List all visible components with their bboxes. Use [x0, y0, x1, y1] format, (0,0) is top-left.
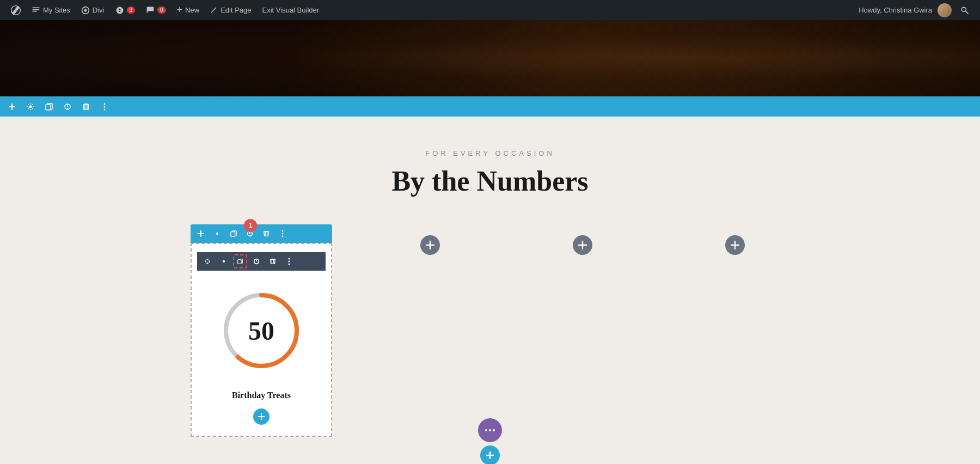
section-subtitle: FOR EVERY OCCASION — [425, 149, 555, 157]
module-settings-button[interactable] — [217, 254, 231, 268]
bottom-buttons — [478, 418, 502, 464]
my-sites-label: My Sites — [43, 6, 70, 14]
section-title: By the Numbers — [391, 165, 588, 197]
module-label: Birthday Treats — [197, 390, 326, 400]
module-disable-button[interactable] — [249, 254, 264, 268]
module-delete-button[interactable] — [266, 254, 280, 268]
column-3 — [528, 224, 637, 266]
divi-label: Divi — [93, 6, 105, 14]
svg-rect-6 — [46, 105, 51, 110]
green-add-button[interactable] — [480, 445, 500, 464]
hero-section — [0, 20, 980, 96]
circle-chart: 50 — [218, 287, 305, 374]
svg-point-19 — [282, 236, 284, 237]
module-toolbar — [197, 252, 326, 271]
section-add-button[interactable] — [4, 99, 20, 114]
module-move-button[interactable] — [200, 254, 215, 268]
search-icon[interactable] — [954, 0, 975, 20]
wp-logo[interactable] — [5, 0, 26, 20]
columns-row: 1 — [191, 224, 789, 437]
divi-menu[interactable]: Divi — [76, 0, 110, 20]
module-clone-button[interactable] — [233, 254, 247, 268]
exit-visual-builder-label: Exit Visual Builder — [262, 6, 320, 14]
col-settings-button[interactable] — [210, 227, 224, 241]
svg-point-37 — [489, 429, 491, 431]
svg-point-9 — [104, 103, 106, 105]
hero-overlay — [0, 20, 980, 96]
col-more-button[interactable] — [275, 227, 290, 241]
admin-bar-right: Howdy, Christina Gwira — [859, 0, 975, 20]
exit-visual-builder-menu[interactable]: Exit Visual Builder — [257, 0, 325, 20]
col3-add-module-button[interactable] — [573, 235, 592, 255]
purple-options-button[interactable] — [478, 418, 502, 442]
svg-point-10 — [104, 106, 106, 107]
updates-menu[interactable]: 3 — [110, 0, 141, 20]
column-4 — [681, 224, 789, 266]
notification-badge: 1 — [244, 219, 257, 232]
comments-menu[interactable]: 0 — [140, 0, 171, 20]
svg-point-14 — [216, 233, 218, 235]
svg-point-8 — [68, 108, 68, 108]
svg-rect-21 — [238, 260, 241, 264]
new-menu[interactable]: + New — [171, 0, 205, 20]
svg-line-2 — [965, 11, 968, 14]
column-toolbar: 1 — [191, 224, 332, 243]
admin-bar: My Sites Divi 3 0 + New Edit Page Exit V… — [0, 0, 980, 20]
svg-point-23 — [289, 258, 290, 260]
circle-number: 50 — [248, 316, 274, 346]
svg-point-38 — [493, 429, 495, 431]
edit-page-menu[interactable]: Edit Page — [205, 0, 256, 20]
content-section: FOR EVERY OCCASION By the Numbers 1 — [0, 117, 980, 464]
section-more-button[interactable] — [97, 99, 112, 114]
col-add-button[interactable] — [194, 227, 208, 241]
updates-count: 3 — [127, 7, 136, 14]
col-clone-button[interactable] — [226, 227, 241, 241]
avatar[interactable] — [938, 3, 952, 17]
svg-point-24 — [289, 261, 290, 262]
col2-add-module-button[interactable] — [420, 235, 440, 255]
svg-point-1 — [961, 7, 966, 11]
svg-point-5 — [29, 105, 32, 108]
section-toolbar — [0, 96, 980, 117]
new-label: New — [185, 6, 199, 14]
edit-page-label: Edit Page — [220, 6, 251, 14]
col4-add-module-button[interactable] — [725, 235, 745, 255]
svg-point-25 — [289, 264, 290, 265]
section-delete-button[interactable] — [78, 99, 94, 114]
comments-count: 0 — [157, 7, 166, 14]
module-container: 50 Birthday Treats — [191, 243, 332, 437]
svg-point-20 — [223, 260, 225, 262]
section-clone-button[interactable] — [41, 99, 57, 114]
greeting-text: Howdy, Christina Gwira — [859, 6, 932, 14]
module-more-button[interactable] — [282, 254, 296, 268]
svg-rect-15 — [231, 232, 235, 237]
circle-chart-wrapper: 50 — [197, 276, 326, 385]
column-1: 1 — [191, 224, 332, 437]
svg-point-17 — [282, 230, 284, 232]
col-delete-button[interactable] — [259, 227, 273, 241]
add-module-inside-button[interactable] — [253, 408, 270, 425]
svg-point-11 — [104, 108, 106, 110]
section-disable-button[interactable] — [60, 99, 75, 114]
my-sites-menu[interactable]: My Sites — [26, 0, 76, 20]
svg-point-36 — [485, 429, 487, 431]
svg-point-18 — [282, 233, 284, 235]
section-settings-button[interactable] — [23, 99, 38, 114]
column-2 — [376, 224, 485, 266]
